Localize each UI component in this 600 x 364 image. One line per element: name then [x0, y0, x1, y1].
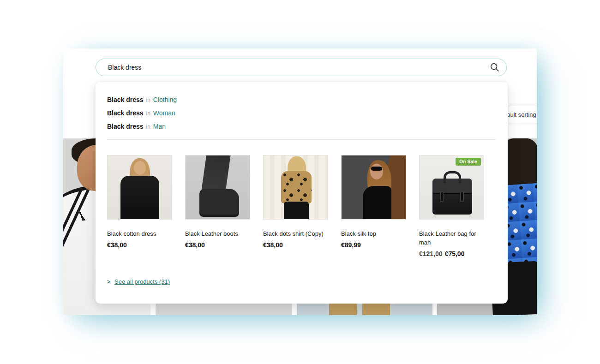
product-price: €121,00€75,00	[419, 250, 484, 257]
adidas-logo-decor	[76, 212, 88, 221]
product-card: Black silk top €89,99	[341, 155, 406, 257]
suggestion-list: Black dress in Clothing Black dress in W…	[96, 82, 508, 133]
search-results-dropdown: Black dress in Clothing Black dress in W…	[96, 82, 508, 304]
suggestion-clothing[interactable]: Black dress in Clothing	[107, 93, 496, 107]
product-card: Black cotton dress €38,00	[107, 155, 172, 257]
see-all-products-link[interactable]: > See all products (31)	[107, 278, 170, 285]
photo-decor	[120, 176, 159, 220]
photo-decor	[363, 186, 391, 220]
photo-decor	[444, 171, 461, 183]
suggestion-query: Black dress	[107, 96, 144, 103]
product-title[interactable]: Black Leather bag for man	[419, 229, 484, 247]
suggestion-category: Man	[153, 123, 166, 130]
product-price: €38,00	[185, 241, 250, 249]
chevron-right-icon: >	[107, 279, 110, 285]
product-title[interactable]: Black silk top	[341, 229, 406, 238]
photo-decor	[284, 202, 309, 220]
product-card: Black dots shirt (Copy) €38,00	[263, 155, 328, 257]
product-title[interactable]: Black Leather boots	[185, 229, 250, 238]
product-price: €38,00	[263, 241, 328, 249]
photo-decor	[134, 161, 146, 175]
product-card: On Sale Black Leather bag for man €121,0…	[419, 155, 484, 257]
product-sale-price: €75,00	[445, 250, 465, 257]
shop-page-container: Default sorting Black dress in Clothing	[63, 48, 537, 315]
photo-decor	[281, 171, 312, 203]
product-old-price: €121,00	[419, 250, 443, 257]
photo-decor	[199, 189, 239, 215]
suggestion-connector: in	[145, 124, 151, 130]
suggestion-connector: in	[145, 97, 151, 103]
sunglasses-decor	[371, 167, 382, 171]
suggestion-category: Woman	[153, 109, 175, 117]
search-bar	[96, 59, 507, 76]
suggestion-connector: in	[145, 110, 151, 117]
product-image-black-leather-boots[interactable]	[185, 155, 250, 220]
product-card: Black Leather boots €38,00	[185, 155, 250, 257]
photo-decor	[460, 191, 464, 202]
suggestion-query: Black dress	[107, 109, 144, 117]
product-title[interactable]: Black cotton dress	[107, 229, 172, 238]
suggestion-query: Black dress	[107, 123, 144, 130]
product-price: €38,00	[107, 241, 172, 249]
product-image-black-leather-bag[interactable]: On Sale	[419, 155, 484, 220]
suggestion-woman[interactable]: Black dress in Woman	[107, 107, 496, 120]
search-icon[interactable]	[490, 63, 499, 72]
product-title[interactable]: Black dots shirt (Copy)	[263, 229, 328, 238]
search-input[interactable]	[96, 59, 507, 76]
product-price: €89,99	[341, 241, 406, 249]
on-sale-badge: On Sale	[456, 158, 481, 166]
photo-decor	[440, 191, 444, 202]
product-image-black-silk-top[interactable]	[341, 155, 406, 220]
product-results: Black cotton dress €38,00 Black Leather …	[96, 140, 508, 257]
product-image-black-cotton-dress[interactable]	[107, 155, 172, 220]
suggestion-category: Clothing	[153, 96, 177, 103]
product-image-black-dots-shirt[interactable]	[263, 155, 328, 220]
see-all-label: See all products (31)	[114, 278, 170, 285]
suggestion-man[interactable]: Black dress in Man	[107, 120, 496, 133]
